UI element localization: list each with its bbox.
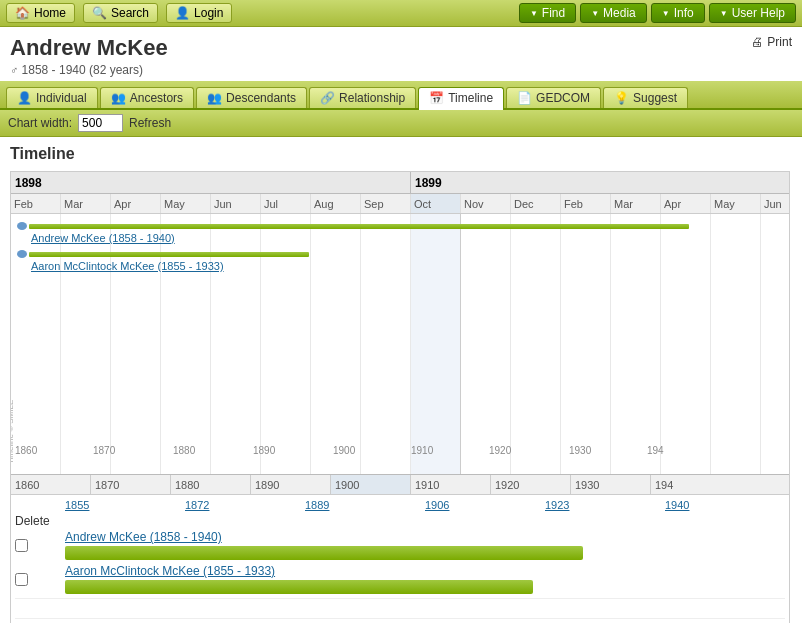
person-bar-link-2[interactable]: Aaron McClintock McKee (1855 - 1933) bbox=[65, 564, 275, 578]
home-button[interactable]: 🏠 Home bbox=[6, 3, 75, 23]
person-header: Andrew McKee ♂ 1858 - 1940 (82 years) 🖨 … bbox=[0, 27, 802, 81]
decade-label-1880: 1880 bbox=[173, 445, 195, 456]
axis-1900: 1900 bbox=[331, 475, 411, 494]
month-feb-1: Feb bbox=[11, 194, 61, 213]
axis-1920: 1920 bbox=[491, 475, 571, 494]
person-dates-text: 1858 - 1940 (82 years) bbox=[22, 63, 143, 77]
person-bars-section: 1855 1872 1889 1906 1923 1940 Delete And… bbox=[10, 495, 790, 623]
page-content: Timeline 1898 1899 Feb Mar Apr May Jun J… bbox=[0, 137, 802, 623]
person-bar-controls-1 bbox=[15, 539, 65, 552]
delete-row: Delete bbox=[15, 514, 785, 528]
gedcom-icon: 📄 bbox=[517, 91, 532, 105]
decade-label-1910: 1910 bbox=[411, 445, 433, 456]
decade-label-1940: 194 bbox=[647, 445, 664, 456]
decade-label-1900: 1900 bbox=[333, 445, 355, 456]
chart-width-input[interactable] bbox=[78, 114, 123, 132]
person-dot-2 bbox=[17, 250, 27, 258]
decade-label-1860: 1860 bbox=[15, 445, 37, 456]
home-icon: 🏠 bbox=[15, 6, 30, 20]
decade-label-1890: 1890 bbox=[253, 445, 275, 456]
axis-1940: 194 bbox=[651, 475, 789, 494]
year-header-row: 1898 1899 bbox=[11, 172, 789, 194]
year-marker-1889[interactable]: 1889 bbox=[305, 499, 425, 511]
user-help-label: User Help bbox=[732, 6, 785, 20]
top-nav: 🏠 Home 🔍 Search 👤 Login ▼ Find ▼ Media ▼… bbox=[0, 0, 802, 27]
person-link-1[interactable]: Andrew McKee (1858 - 1940) bbox=[31, 232, 175, 244]
tab-gedcom[interactable]: 📄 GEDCOM bbox=[506, 87, 601, 108]
year-marker-1855[interactable]: 1855 bbox=[65, 499, 185, 511]
tab-relationship[interactable]: 🔗 Relationship bbox=[309, 87, 416, 108]
search-icon: 🔍 bbox=[92, 6, 107, 20]
month-nov: Nov bbox=[461, 194, 511, 213]
decade-label-1870: 1870 bbox=[93, 445, 115, 456]
month-sep-1: Sep bbox=[361, 194, 411, 213]
find-dropdown[interactable]: ▼ Find bbox=[519, 3, 576, 23]
watermark: Timeline © SMILE bbox=[11, 400, 15, 464]
axis-1930: 1930 bbox=[571, 475, 651, 494]
info-arrow-icon: ▼ bbox=[662, 9, 670, 18]
month-apr-2: Apr bbox=[661, 194, 711, 213]
axis-1880: 1880 bbox=[171, 475, 251, 494]
timeline-person-row-1 bbox=[11, 222, 789, 230]
person-bar-link-1[interactable]: Andrew McKee (1858 - 1940) bbox=[65, 530, 222, 544]
search-button[interactable]: 🔍 Search bbox=[83, 3, 158, 23]
suggest-icon: 💡 bbox=[614, 91, 629, 105]
person-bar-2 bbox=[29, 252, 309, 257]
month-may-2: May bbox=[711, 194, 761, 213]
nav-left: 🏠 Home 🔍 Search 👤 Login bbox=[6, 3, 509, 23]
axis-1890: 1890 bbox=[251, 475, 331, 494]
person-link-2[interactable]: Aaron McClintock McKee (1855 - 1933) bbox=[31, 260, 224, 272]
person-bar-row-2: Aaron McClintock McKee (1855 - 1933) bbox=[15, 564, 785, 594]
user-help-dropdown[interactable]: ▼ User Help bbox=[709, 3, 796, 23]
person-label-1: Andrew McKee (1858 - 1940) bbox=[31, 232, 175, 244]
decade-axis: 1860 1870 1880 1890 1900 1910 1920 1930 … bbox=[11, 474, 789, 494]
month-oct: Oct bbox=[411, 194, 461, 213]
person-bar-1 bbox=[29, 224, 689, 229]
year-marker-1906[interactable]: 1906 bbox=[425, 499, 545, 511]
month-feb-2: Feb bbox=[561, 194, 611, 213]
tab-timeline[interactable]: 📅 Timeline bbox=[418, 87, 504, 110]
person-bar-checkbox-2[interactable] bbox=[15, 573, 28, 586]
person-bar-checkbox-1[interactable] bbox=[15, 539, 28, 552]
tab-individual-label: Individual bbox=[36, 91, 87, 105]
relationship-icon: 🔗 bbox=[320, 91, 335, 105]
month-may-1: May bbox=[161, 194, 211, 213]
user-help-arrow-icon: ▼ bbox=[720, 9, 728, 18]
person-bar-visual-1 bbox=[65, 546, 583, 560]
media-arrow-icon: ▼ bbox=[591, 9, 599, 18]
tab-individual[interactable]: 👤 Individual bbox=[6, 87, 98, 108]
axis-1870: 1870 bbox=[91, 475, 171, 494]
tab-descendants-label: Descendants bbox=[226, 91, 296, 105]
individual-icon: 👤 bbox=[17, 91, 32, 105]
section-title: Timeline bbox=[10, 145, 792, 163]
nav-right: ▼ Find ▼ Media ▼ Info ▼ User Help bbox=[519, 3, 796, 23]
person-dates: ♂ 1858 - 1940 (82 years) bbox=[10, 63, 168, 77]
tab-suggest[interactable]: 💡 Suggest bbox=[603, 87, 688, 108]
find-label: Find bbox=[542, 6, 565, 20]
person-bar-row-1: Andrew McKee (1858 - 1940) bbox=[15, 530, 785, 560]
info-dropdown[interactable]: ▼ Info bbox=[651, 3, 705, 23]
year-1899: 1899 bbox=[411, 172, 789, 193]
person-name: Andrew McKee bbox=[10, 35, 168, 61]
tab-timeline-label: Timeline bbox=[448, 91, 493, 105]
delete-label: Delete bbox=[15, 514, 65, 528]
login-button[interactable]: 👤 Login bbox=[166, 3, 232, 23]
year-marker-1923[interactable]: 1923 bbox=[545, 499, 665, 511]
print-button[interactable]: 🖨 Print bbox=[751, 35, 792, 49]
person-bar-info-1: Andrew McKee (1858 - 1940) bbox=[65, 530, 785, 560]
month-apr-1: Apr bbox=[111, 194, 161, 213]
year-marker-1872[interactable]: 1872 bbox=[185, 499, 305, 511]
year-markers-row: 1855 1872 1889 1906 1923 1940 bbox=[15, 499, 785, 511]
tab-ancestors[interactable]: 👥 Ancestors bbox=[100, 87, 194, 108]
find-arrow-icon: ▼ bbox=[530, 9, 538, 18]
spacer-row-1 bbox=[15, 598, 785, 618]
month-jul-1: Jul bbox=[261, 194, 311, 213]
year-marker-1940[interactable]: 1940 bbox=[665, 499, 785, 511]
decade-label-1920: 1920 bbox=[489, 445, 511, 456]
tab-descendants[interactable]: 👥 Descendants bbox=[196, 87, 307, 108]
media-dropdown[interactable]: ▼ Media bbox=[580, 3, 647, 23]
tab-gedcom-label: GEDCOM bbox=[536, 91, 590, 105]
month-header-row: Feb Mar Apr May Jun Jul Aug Sep Oct Nov … bbox=[11, 194, 789, 214]
chart-refresh-link[interactable]: Refresh bbox=[129, 116, 171, 130]
tab-relationship-label: Relationship bbox=[339, 91, 405, 105]
